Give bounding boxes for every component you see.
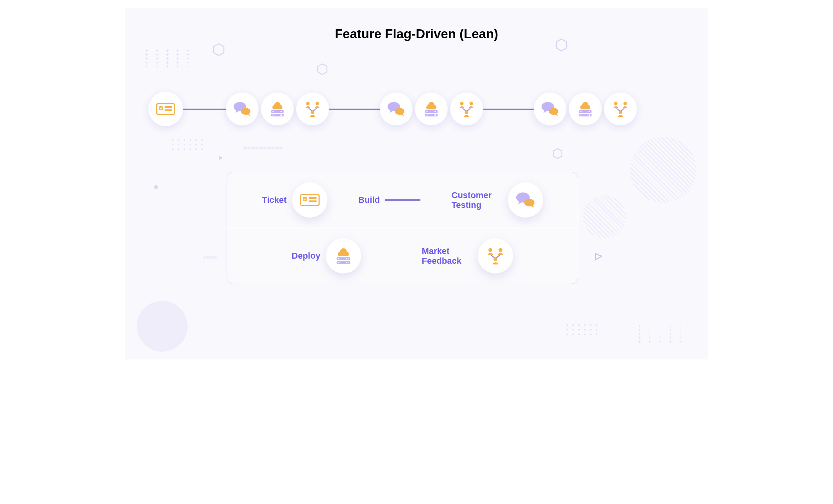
connector-line [483, 109, 534, 110]
legend-label: Ticket [262, 195, 286, 205]
svg-rect-23 [434, 111, 434, 112]
svg-point-56 [338, 258, 339, 259]
decor-diag-circle [630, 137, 696, 203]
flow-node-deploy [261, 93, 294, 125]
svg-rect-38 [588, 111, 588, 112]
decor-hex-icon [213, 43, 225, 56]
svg-line-48 [621, 108, 624, 111]
svg-rect-9 [281, 111, 282, 112]
legend-item-deploy: Deploy [292, 238, 361, 273]
svg-point-60 [338, 262, 339, 263]
svg-rect-12 [280, 114, 281, 116]
svg-rect-62 [348, 262, 349, 263]
chat-icon [233, 101, 251, 117]
svg-point-64 [499, 248, 503, 252]
legend-item-market-feedback: Market Feedback [422, 238, 513, 273]
deploy-icon [269, 100, 286, 118]
deploy-icon [577, 100, 594, 118]
flow-node-ticket [148, 92, 183, 126]
diagram-canvas: Feature Flag-Driven (Lean) + + + + ++ + … [125, 8, 708, 359]
flow-node-deploy [415, 93, 448, 125]
svg-point-41 [581, 114, 582, 116]
chat-icon [516, 191, 535, 209]
svg-rect-43 [589, 114, 590, 116]
legend-row-1: Ticket Build Customer Testing [227, 172, 578, 228]
svg-line-67 [497, 255, 500, 258]
svg-line-66 [492, 255, 495, 258]
decor-triangle-outline-icon [594, 252, 602, 261]
svg-line-32 [463, 108, 466, 111]
decor-wave: ◇◇◇◇◇ [203, 254, 216, 260]
legend-node [508, 182, 543, 218]
svg-rect-28 [435, 114, 436, 116]
flow-node-chat [226, 93, 259, 125]
svg-rect-27 [434, 114, 434, 116]
flow-cluster-1 [226, 93, 329, 125]
svg-rect-8 [280, 111, 281, 112]
svg-point-44 [614, 102, 618, 105]
svg-point-63 [489, 248, 493, 252]
decor-dots [567, 324, 599, 335]
svg-point-30 [470, 102, 473, 105]
legend-panel: Ticket Build Customer Testing [227, 172, 578, 284]
chat-icon [541, 101, 559, 117]
legend-node [478, 238, 513, 273]
ticket-icon [300, 194, 320, 206]
decor-hex-icon [552, 148, 563, 159]
diagram-title: Feature Flag-Driven (Lean) [125, 8, 708, 41]
svg-line-47 [617, 108, 620, 111]
decor-plus-grid: + + + + ++ + + + ++ + + + ++ + + + ++ + … [638, 324, 685, 344]
flow-node-feedback [296, 93, 329, 125]
flow-node-chat [534, 93, 567, 125]
svg-point-14 [306, 102, 310, 105]
svg-rect-2 [164, 106, 172, 108]
chat-icon [387, 101, 405, 117]
ticket-icon [156, 103, 175, 115]
flow-node-deploy [569, 93, 602, 125]
legend-label: Build [358, 195, 380, 205]
svg-rect-24 [435, 111, 436, 112]
decor-diag-circle [583, 195, 626, 238]
feedback-icon [457, 100, 476, 118]
svg-rect-13 [281, 114, 282, 116]
svg-rect-3 [164, 109, 172, 111]
decor-plus-grid: + + + + ++ + + + ++ + + + ++ + + + ++ + … [145, 49, 192, 68]
svg-rect-51 [309, 197, 317, 199]
svg-rect-39 [589, 111, 590, 112]
svg-point-29 [460, 102, 464, 105]
svg-point-45 [624, 102, 627, 105]
flow-node-chat [380, 93, 413, 125]
decor-hex-icon [317, 63, 328, 75]
connector-line [329, 109, 380, 110]
legend-node [292, 182, 327, 218]
build-line-icon [385, 199, 420, 201]
legend-label: Deploy [292, 251, 320, 261]
legend-label: Market Feedback [422, 246, 472, 266]
svg-point-37 [581, 111, 582, 112]
svg-rect-42 [588, 114, 588, 116]
legend-item-customer-testing: Customer Testing [452, 182, 543, 218]
svg-line-17 [309, 108, 312, 111]
flow-cluster-3 [534, 93, 637, 125]
deploy-icon [423, 100, 440, 118]
svg-point-15 [316, 102, 319, 105]
legend-label: Customer Testing [452, 190, 502, 210]
deploy-icon [334, 247, 353, 265]
decor-dot [154, 185, 158, 189]
legend-row-2: Deploy Market Feedback [227, 228, 578, 284]
feedback-icon [485, 247, 506, 265]
svg-point-7 [273, 111, 274, 112]
feedback-icon [611, 100, 630, 118]
feedback-icon [303, 100, 322, 118]
decor-wave: ◇◇◇◇◇◇◇◇◇◇◇◇◇◇◇ [242, 145, 282, 150]
svg-line-18 [313, 108, 316, 111]
decor-triangle-icon [219, 155, 223, 160]
flow-cluster-2 [380, 93, 483, 125]
connector-line [183, 109, 226, 110]
legend-item-build: Build [358, 195, 420, 205]
svg-rect-61 [346, 262, 347, 263]
legend-item-ticket: Ticket [262, 182, 327, 218]
svg-rect-58 [348, 258, 349, 259]
svg-rect-52 [309, 200, 317, 202]
svg-rect-57 [346, 258, 347, 259]
